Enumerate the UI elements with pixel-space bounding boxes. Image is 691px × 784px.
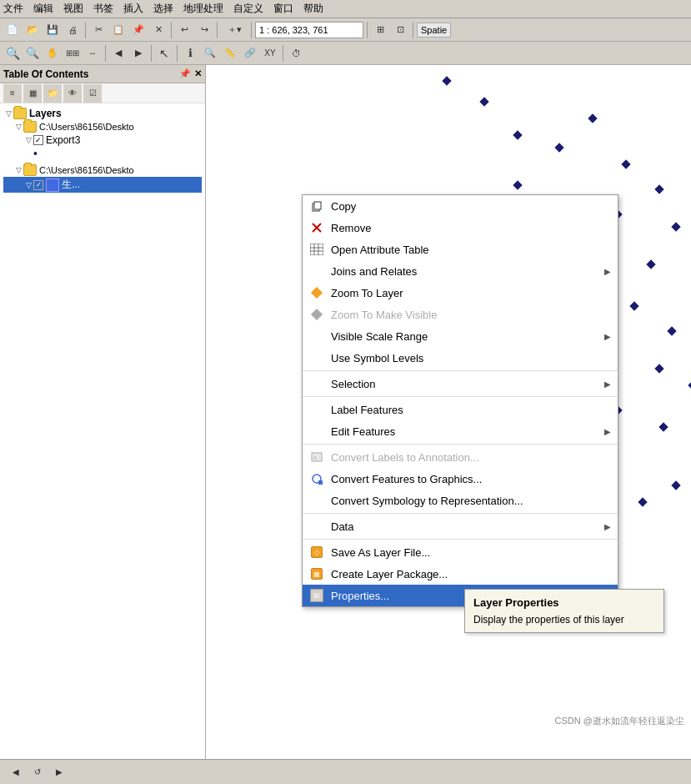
ctx-create-package[interactable]: ▦ Create Layer Package... xyxy=(303,563,618,585)
symbol-levels-icon xyxy=(309,350,324,365)
ctx-sep1 xyxy=(303,370,618,371)
toc-layer-view[interactable]: ▦ xyxy=(23,84,42,103)
toc-folder-2[interactable]: ▽ C:\Users\86156\Deskto xyxy=(3,163,202,177)
full-extent-btn2[interactable]: ⊞⊞ xyxy=(63,44,82,63)
save-button[interactable]: 💾 xyxy=(43,21,62,39)
menu-view[interactable]: 视图 xyxy=(63,2,83,16)
toc-list-view[interactable]: ≡ xyxy=(3,84,22,103)
toc-layer-item[interactable]: ▽ ✓ 生... xyxy=(3,177,202,193)
paste-button[interactable]: 📌 xyxy=(129,21,148,39)
ctx-convert-symbology[interactable]: Convert Symbology to Representation... xyxy=(303,490,618,511)
scale-range-icon xyxy=(309,329,324,344)
pan-button[interactable]: ✋ xyxy=(43,44,62,63)
back-button[interactable]: ◀ xyxy=(109,44,128,63)
menu-help[interactable]: 帮助 xyxy=(303,2,323,16)
edit-features-icon xyxy=(309,424,324,439)
map-area[interactable]: Copy Remove Open Attribute Table Joins a… xyxy=(206,65,691,759)
ctx-open-attribute[interactable]: Open Attribute Table xyxy=(303,239,618,260)
delete-button[interactable]: ✕ xyxy=(149,21,168,39)
new-button[interactable]: 📄 xyxy=(3,21,22,39)
ctx-selection[interactable]: Selection ▶ xyxy=(303,373,618,395)
redo-button[interactable]: ↪ xyxy=(195,21,213,39)
fixed-extent-btn[interactable]: ↔ xyxy=(83,44,102,63)
layer-type-icon xyxy=(46,178,59,192)
menu-customize[interactable]: 自定义 xyxy=(233,2,263,16)
folder2-expand-icon: ▽ xyxy=(13,165,23,175)
ctx-label-features[interactable]: Label Features xyxy=(303,399,618,420)
map-dot-3 xyxy=(513,130,522,139)
goto-xy-button[interactable]: XY xyxy=(261,44,279,63)
print-button[interactable]: 🖨 xyxy=(63,21,82,39)
scale-arrow-icon: ▶ xyxy=(604,332,611,341)
status-nav-1[interactable]: ◀ xyxy=(7,763,25,781)
context-menu: Copy Remove Open Attribute Table Joins a… xyxy=(302,194,618,607)
ctx-copy[interactable]: Copy xyxy=(303,195,618,217)
toc-header-icons: 📌 ✕ xyxy=(179,68,202,79)
menu-selection[interactable]: 选择 xyxy=(153,2,173,16)
identify-button[interactable]: ℹ xyxy=(181,44,199,63)
ctx-selection-label: Selection xyxy=(331,378,598,390)
export3-checkbox[interactable]: ✓ xyxy=(33,135,43,145)
ctx-data[interactable]: Data ▶ xyxy=(303,515,618,537)
status-bar: ◀ ↺ ▶ xyxy=(0,759,691,784)
ctx-zoom-layer[interactable]: Zoom To Layer xyxy=(303,282,618,304)
menu-file[interactable]: 文件 xyxy=(3,2,23,16)
full-extent-button[interactable]: ⊞ xyxy=(371,21,389,39)
add-data-button[interactable]: ＋▾ xyxy=(221,21,248,39)
cut-button[interactable]: ✂ xyxy=(89,21,108,39)
toc-layers-root[interactable]: ▽ Layers xyxy=(3,107,202,120)
menu-edit[interactable]: 编辑 xyxy=(33,2,53,16)
ctx-edit-features[interactable]: Edit Features ▶ xyxy=(303,420,618,442)
menu-insert[interactable]: 插入 xyxy=(123,2,143,16)
fixed-zoom-in-button[interactable]: ⊡ xyxy=(391,21,409,39)
status-nav-2[interactable]: ↺ xyxy=(28,763,47,781)
map-dot-2 xyxy=(479,97,488,106)
ctx-create-package-label: Create Layer Package... xyxy=(331,568,611,580)
ctx-save-layer[interactable]: ◇ Save As Layer File... xyxy=(303,541,618,563)
ctx-convert-features-label: Convert Features to Graphics... xyxy=(331,473,611,485)
menu-bookmarks[interactable]: 书签 xyxy=(93,2,113,16)
toc-pin-icon[interactable]: 📌 xyxy=(179,68,191,79)
create-package-icon: ▦ xyxy=(309,566,324,581)
layer-checkbox[interactable]: ✓ xyxy=(33,180,43,190)
ctx-scale-range-label: Visible Scale Range xyxy=(331,330,598,343)
zoom-out-button[interactable]: 🔍 xyxy=(23,44,42,63)
ctx-symbol-levels[interactable]: Use Symbol Levels xyxy=(303,347,618,369)
menu-windows[interactable]: 窗口 xyxy=(273,2,293,16)
ctx-joins[interactable]: Joins and Relates ▶ xyxy=(303,260,618,282)
toc-close-icon[interactable]: ✕ xyxy=(194,68,202,79)
layers-folder-icon xyxy=(13,108,27,119)
select-arrow-button[interactable]: ↖ xyxy=(155,44,173,63)
toc-export3[interactable]: ▽ ✓ Export3 xyxy=(3,133,202,147)
time-slider-button[interactable]: ⏱ xyxy=(287,44,305,63)
copy-button[interactable]: 📋 xyxy=(109,21,128,39)
forward-button[interactable]: ▶ xyxy=(129,44,148,63)
toc-selection-view[interactable]: ☑ xyxy=(83,84,102,103)
menu-geoprocessing[interactable]: 地理处理 xyxy=(183,2,223,16)
open-button[interactable]: 📂 xyxy=(23,21,42,39)
undo-button[interactable]: ↩ xyxy=(175,21,193,39)
measure-button[interactable]: 📏 xyxy=(221,44,239,63)
layers-label: Layers xyxy=(29,108,62,119)
export3-label: Export3 xyxy=(46,134,80,146)
ctx-convert-symbology-label: Convert Symbology to Representation... xyxy=(331,495,611,507)
find-button[interactable]: 🔍 xyxy=(201,44,219,63)
ctx-scale-range[interactable]: Visible Scale Range ▶ xyxy=(303,325,618,347)
svg-rect-1 xyxy=(314,202,321,209)
ctx-joins-label: Joins and Relates xyxy=(331,265,598,278)
sep7 xyxy=(105,45,106,62)
zoom-in-button[interactable]: 🔍 xyxy=(3,44,22,63)
toc-content: ▽ Layers ▽ C:\Users\86156\Deskto ▽ ✓ Exp… xyxy=(0,103,205,759)
toc-source-view[interactable]: 📁 xyxy=(43,84,62,103)
toc-visibility-view[interactable]: 👁 xyxy=(63,84,82,103)
ctx-convert-features[interactable]: Convert Features to Graphics... xyxy=(303,468,618,490)
joins-arrow-icon: ▶ xyxy=(604,267,611,276)
copy-icon xyxy=(309,199,324,214)
ctx-data-label: Data xyxy=(331,520,598,533)
hyplink-button[interactable]: 🔗 xyxy=(241,44,259,63)
folder2-label: C:\Users\86156\Deskto xyxy=(39,165,134,175)
map-dot-10 xyxy=(654,184,663,193)
ctx-remove[interactable]: Remove xyxy=(303,217,618,239)
toc-folder-1[interactable]: ▽ C:\Users\86156\Deskto xyxy=(3,120,202,133)
status-nav-3[interactable]: ▶ xyxy=(50,763,68,781)
